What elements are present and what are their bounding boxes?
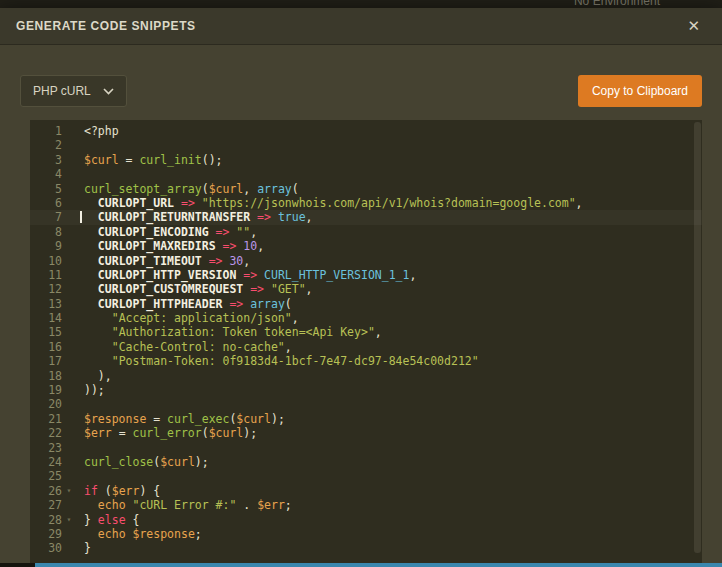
code-token: =: [146, 412, 167, 426]
code-line[interactable]: 19));: [30, 383, 702, 397]
code-line[interactable]: 2: [30, 138, 702, 152]
code-line[interactable]: 17 "Postman-Token: 0f9183d4-1bcf-7e47-dc…: [30, 354, 702, 368]
code-line[interactable]: 26▾if ($err) {: [30, 484, 702, 498]
language-selector-label: PHP cURL: [33, 84, 91, 98]
fold-marker-icon: [62, 426, 76, 440]
code-line[interactable]: 23: [30, 441, 702, 455]
code-line[interactable]: 15 "Authorization: Token token=<Api Key>…: [30, 325, 702, 339]
code-token: =>: [174, 196, 202, 210]
code-line[interactable]: 27 echo "cURL Error #:" . $err;: [30, 498, 702, 512]
fold-marker-icon: [62, 282, 76, 296]
code-text: "Accept: application/json",: [76, 311, 299, 325]
code-token: [84, 225, 98, 239]
code-token: =>: [202, 254, 230, 268]
code-line[interactable]: 20: [30, 397, 702, 411]
code-line[interactable]: 12 CURLOPT_CUSTOMREQUEST => "GET",: [30, 282, 702, 296]
code-line[interactable]: 30}: [30, 541, 702, 555]
code-text: [76, 441, 84, 455]
code-token: curl_close: [84, 455, 153, 469]
fold-marker-icon: [62, 369, 76, 383]
code-token: CURLOPT_CUSTOMREQUEST: [98, 282, 243, 296]
code-line[interactable]: 16 "Cache-Control: no-cache",: [30, 340, 702, 354]
code-token: curl_exec: [167, 412, 229, 426]
code-token: "https://jsonwhois.com/api/v1/whois?doma…: [202, 196, 576, 210]
code-line[interactable]: 25: [30, 469, 702, 483]
code-editor[interactable]: 1<?php23$curl = curl_init();45curl_setop…: [30, 120, 702, 563]
code-token: else: [98, 513, 126, 527]
code-token: ;: [195, 527, 202, 541]
scrollbar-thumb[interactable]: [694, 122, 701, 553]
close-icon[interactable]: ✕: [681, 14, 706, 38]
chevron-down-icon: [103, 88, 114, 95]
fold-marker-icon: [62, 138, 76, 152]
code-line[interactable]: 6 CURLOPT_URL => "https://jsonwhois.com/…: [30, 196, 702, 210]
code-line[interactable]: 28▾} else {: [30, 513, 702, 527]
code-token: [84, 325, 112, 339]
code-token: );: [271, 412, 285, 426]
line-number: 25: [30, 469, 62, 483]
code-token: $err: [257, 498, 285, 512]
code-token: "": [236, 225, 250, 239]
line-number: 21: [30, 412, 62, 426]
code-line[interactable]: 3$curl = curl_init();: [30, 153, 702, 167]
line-number: 18: [30, 369, 62, 383]
copy-to-clipboard-button[interactable]: Copy to Clipboard: [578, 75, 702, 107]
code-token: "Cache-Control: no-cache": [112, 340, 285, 354]
code-line[interactable]: 11 CURLOPT_HTTP_VERSION => CURL_HTTP_VER…: [30, 268, 702, 282]
code-line[interactable]: 13 CURLOPT_HTTPHEADER => array(: [30, 297, 702, 311]
line-number: 6: [30, 196, 62, 210]
code-token: ,: [375, 325, 382, 339]
language-selector[interactable]: PHP cURL: [20, 75, 127, 107]
code-text: "Postman-Token: 0f9183d4-1bcf-7e47-dc97-…: [76, 354, 479, 368]
code-line[interactable]: 9 CURLOPT_MAXREDIRS => 10,: [30, 239, 702, 253]
code-token: CURLOPT_TIMEOUT: [98, 254, 202, 268]
fold-marker-icon: [62, 325, 76, 339]
code-line[interactable]: 7 CURLOPT_RETURNTRANSFER => true,: [30, 210, 702, 224]
line-number: 2: [30, 138, 62, 152]
fold-marker-icon: [62, 210, 76, 224]
code-line[interactable]: 18 ),: [30, 369, 702, 383]
code-token: ,: [306, 210, 313, 224]
code-token: ) {: [139, 484, 160, 498]
code-token: ));: [84, 383, 105, 397]
code-line[interactable]: 10 CURLOPT_TIMEOUT => 30,: [30, 254, 702, 268]
code-token: ,: [243, 182, 257, 196]
code-text: [76, 138, 84, 152]
code-token: =: [119, 153, 140, 167]
code-text: echo $response;: [76, 527, 202, 541]
code-line[interactable]: 29 echo $response;: [30, 527, 702, 541]
code-line[interactable]: 14 "Accept: application/json",: [30, 311, 702, 325]
code-text: CURLOPT_MAXREDIRS => 10,: [76, 239, 264, 253]
fold-marker-icon[interactable]: ▾: [62, 513, 76, 527]
code-token: echo: [98, 527, 126, 541]
code-line[interactable]: 21$response = curl_exec($curl);: [30, 412, 702, 426]
line-number: 29: [30, 527, 62, 541]
code-token: [84, 527, 98, 541]
code-line[interactable]: 8 CURLOPT_ENCODING => "",: [30, 225, 702, 239]
code-token: [84, 239, 98, 253]
code-line[interactable]: 4: [30, 167, 702, 181]
editor-scrollbar[interactable]: [694, 122, 701, 553]
fold-marker-icon: [62, 354, 76, 368]
code-line[interactable]: 22$err = curl_error($curl);: [30, 426, 702, 440]
line-number: 23: [30, 441, 62, 455]
code-line[interactable]: 5curl_setopt_array($curl, array(: [30, 182, 702, 196]
code-token: [84, 340, 112, 354]
fold-marker-icon: [62, 412, 76, 426]
code-token: 10: [243, 239, 257, 253]
code-token: =>: [222, 297, 250, 311]
code-token: CURL_HTTP_VERSION_1_1: [264, 268, 409, 282]
line-number: 22: [30, 426, 62, 440]
fold-marker-icon: [62, 268, 76, 282]
code-token: <?php: [84, 124, 119, 138]
fold-marker-icon: [62, 182, 76, 196]
fold-marker-icon[interactable]: ▾: [62, 484, 76, 498]
line-number: 30: [30, 541, 62, 555]
code-line[interactable]: 1<?php: [30, 124, 702, 138]
code-text: CURLOPT_HTTP_VERSION => CURL_HTTP_VERSIO…: [76, 268, 416, 282]
fold-marker-icon: [62, 311, 76, 325]
code-token: (: [202, 182, 209, 196]
code-token: (: [285, 297, 292, 311]
code-line[interactable]: 24curl_close($curl);: [30, 455, 702, 469]
line-number: 3: [30, 153, 62, 167]
